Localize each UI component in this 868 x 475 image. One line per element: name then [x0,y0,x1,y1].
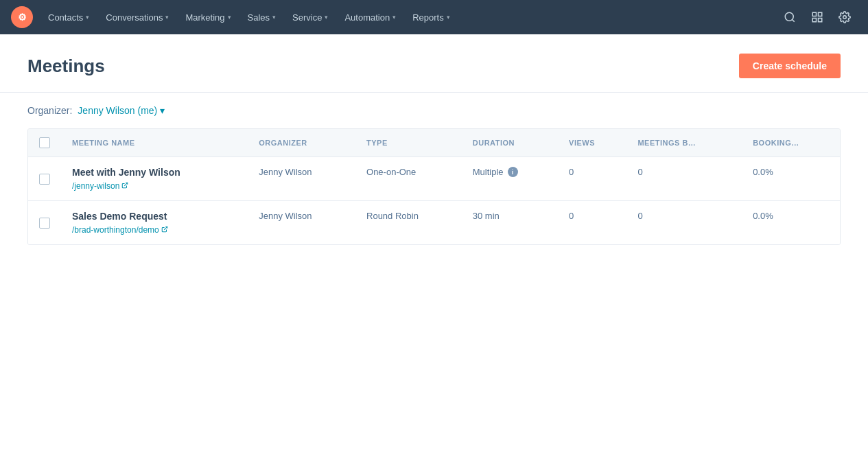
col-header-booking-rate: BOOKING… [742,129,840,157]
col-header-duration: DURATION [462,129,558,157]
settings-icon[interactable] [832,5,857,30]
duration-info-icon[interactable]: i [508,167,518,177]
row-duration-cell: 30 min [462,201,558,245]
nav-item-automation[interactable]: Automation ▾ [338,8,403,27]
col-header-meeting-name: MEETING NAME [61,129,248,157]
col-header-meetings-booked: MEETINGS B… [626,129,742,157]
col-header-views: VIEWS [558,129,626,157]
automation-chevron-icon: ▾ [392,14,396,21]
svg-rect-5 [819,12,822,16]
meetings-table: MEETING NAME ORGANIZER TYPE DURATION VIE… [27,128,841,245]
search-icon[interactable] [777,5,802,30]
row-views-cell: 0 [558,201,626,245]
svg-text:⚙: ⚙ [18,12,27,23]
organizer-label: Organizer: [27,105,72,116]
duration-value: 30 min [473,211,500,221]
nav-item-service[interactable]: Service ▾ [285,8,335,27]
create-schedule-button[interactable]: Create schedule [739,54,841,78]
col-header-organizer: ORGANIZER [248,129,355,157]
meeting-name-text: Meet with Jenny Wilson [72,167,237,178]
select-all-checkbox[interactable] [39,137,50,148]
nav-item-contacts[interactable]: Contacts ▾ [41,8,96,27]
external-link-icon [161,226,168,234]
row-type-cell: One-on-One [355,157,462,201]
svg-line-9 [125,183,128,186]
table-row: Sales Demo Request /brad-worthington/dem… [28,201,840,245]
nav-item-reports[interactable]: Reports ▾ [406,8,457,27]
external-link-icon [121,182,128,190]
svg-line-3 [792,19,794,21]
row-meeting-name-cell: Meet with Jenny Wilson /jenny-wilson [61,157,248,201]
hubspot-logo[interactable]: ⚙ [11,6,33,28]
row-meetings-booked-cell: 0 [626,201,742,245]
row-checkbox-cell [28,157,61,201]
reports-chevron-icon: ▾ [447,14,450,21]
col-header-type: TYPE [355,129,462,157]
row-organizer-cell: Jenny Wilson [248,157,355,201]
contacts-chevron-icon: ▾ [86,14,89,21]
duration-value: Multiple [473,167,504,177]
svg-point-8 [843,16,847,19]
conversations-chevron-icon: ▾ [165,14,169,21]
table-header-row: MEETING NAME ORGANIZER TYPE DURATION VIE… [28,129,840,157]
nav-item-marketing[interactable]: Marketing ▾ [178,8,237,27]
row-checkbox[interactable] [39,174,50,185]
row-views-cell: 0 [558,157,626,201]
svg-rect-4 [812,12,816,16]
page-header: Meetings Create schedule [0,34,868,93]
organizer-value: Jenny Wilson (me) [78,105,157,116]
row-booking-rate-cell: 0.0% [742,201,840,245]
organizer-chevron-icon: ▾ [160,105,165,116]
row-booking-rate-cell: 0.0% [742,157,840,201]
nav-item-sales[interactable]: Sales ▾ [241,8,283,27]
svg-line-10 [164,227,167,230]
meeting-link-text: /brad-worthington/demo [72,225,159,235]
svg-rect-6 [812,19,816,22]
marketing-chevron-icon: ▾ [228,14,231,21]
grid-icon[interactable] [805,5,830,30]
svg-rect-7 [819,19,822,22]
organizer-selector[interactable]: Jenny Wilson (me) ▾ [78,105,165,116]
row-type-cell: Round Robin [355,201,462,245]
page-wrapper: Meetings Create schedule Organizer: Jenn… [0,34,868,475]
meeting-link-text: /jenny-wilson [72,181,119,191]
sales-chevron-icon: ▾ [272,14,276,21]
row-duration-cell: Multiple i [462,157,558,201]
organizer-bar: Organizer: Jenny Wilson (me) ▾ [0,93,868,128]
row-checkbox[interactable] [39,218,50,229]
table-row: Meet with Jenny Wilson /jenny-wilson Jen… [28,157,840,201]
row-checkbox-cell [28,201,61,245]
row-meetings-booked-cell: 0 [626,157,742,201]
navbar: ⚙ Contacts ▾ Conversations ▾ Marketing ▾… [0,0,868,34]
col-header-check [28,129,61,157]
meeting-link[interactable]: /brad-worthington/demo [72,225,168,235]
nav-icons-group [777,5,857,30]
row-organizer-cell: Jenny Wilson [248,201,355,245]
page-title: Meetings [27,56,105,77]
meeting-name-text: Sales Demo Request [72,211,237,222]
row-meeting-name-cell: Sales Demo Request /brad-worthington/dem… [61,201,248,245]
service-chevron-icon: ▾ [325,14,328,21]
nav-item-conversations[interactable]: Conversations ▾ [99,8,176,27]
svg-point-2 [785,12,793,21]
meeting-link[interactable]: /jenny-wilson [72,181,128,191]
